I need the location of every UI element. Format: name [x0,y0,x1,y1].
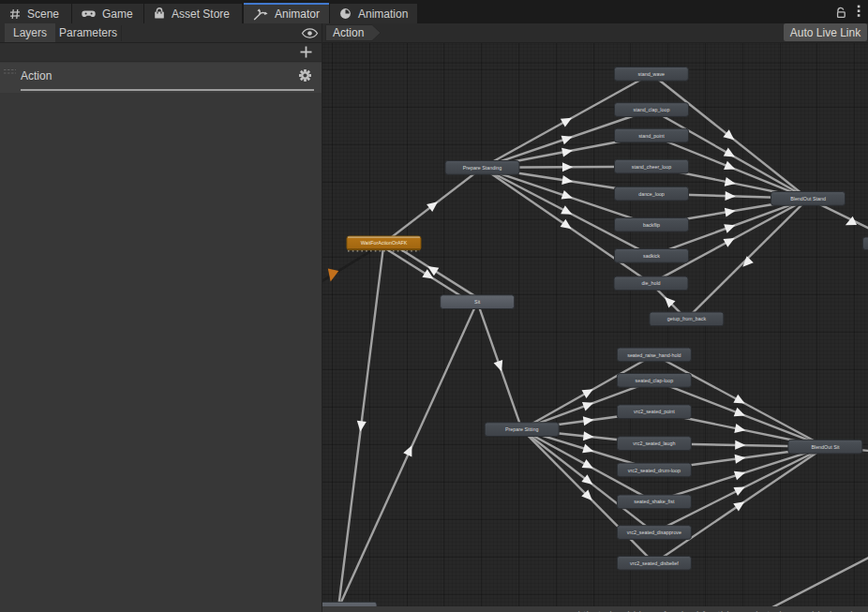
svg-text:Prepare Sitting: Prepare Sitting [505,426,538,432]
svg-text:sadkick: sadkick [643,253,660,259]
svg-text:stand_wave: stand_wave [638,71,666,77]
svg-text:seated_shake_fist: seated_shake_fist [634,499,675,504]
svg-text:vrc2_seated_disbelief: vrc2_seated_disbelief [630,560,679,566]
svg-text:backflip: backflip [643,222,660,228]
svg-text:seated_raise_hand-hold: seated_raise_hand-hold [627,352,681,358]
svg-text:vrc2_seated_laugh: vrc2_seated_laugh [633,440,675,446]
svg-text:vrc2_seated_disapprove: vrc2_seated_disapprove [627,530,681,535]
svg-text:BlendOut Sit: BlendOut Sit [811,444,840,450]
svg-text:stand_cheer_loop: stand_cheer_loop [632,164,672,170]
svg-text:seated_clap-loop: seated_clap-loop [636,378,674,383]
svg-text:stand_point: stand_point [638,133,665,139]
svg-text:dance_loop: dance_loop [638,191,665,197]
svg-text:vrc2_seated_point: vrc2_seated_point [634,409,675,414]
svg-text:stand_clap_loop: stand_clap_loop [634,107,670,112]
svg-text:BlendOut Stand: BlendOut Stand [790,196,826,202]
svg-text:Prepare Standing: Prepare Standing [463,165,502,171]
svg-text:die_hold: die_hold [641,280,660,286]
svg-text:Action: Action [333,26,364,39]
svg-text:getup_from_back: getup_from_back [667,316,707,321]
svg-text:vrc2_seated_drum-loop: vrc2_seated_drum-loop [628,468,681,473]
svg-text:Sit: Sit [474,299,481,305]
svg-text:WaitForActionOrAFK: WaitForActionOrAFK [361,240,408,246]
